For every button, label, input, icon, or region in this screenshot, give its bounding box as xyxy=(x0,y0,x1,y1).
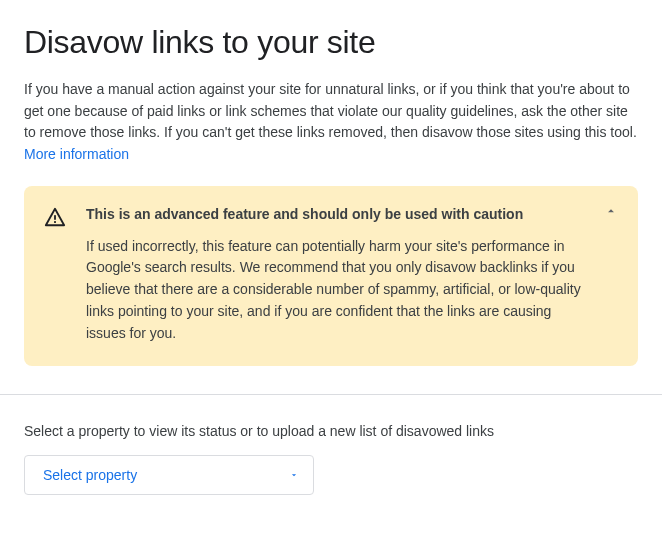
select-property-dropdown[interactable]: Select property xyxy=(24,455,314,495)
chevron-up-icon xyxy=(604,204,618,222)
dropdown-arrow-icon xyxy=(289,466,299,484)
divider xyxy=(0,394,662,395)
warning-icon xyxy=(44,206,66,228)
select-property-text: Select property xyxy=(43,467,137,483)
warning-body: If used incorrectly, this feature can po… xyxy=(86,236,590,344)
page-title: Disavow links to your site xyxy=(24,24,638,61)
select-property-label: Select a property to view its status or … xyxy=(24,423,638,439)
svg-rect-0 xyxy=(54,215,56,220)
warning-panel: This is an advanced feature and should o… xyxy=(24,186,638,366)
more-information-link[interactable]: More information xyxy=(24,146,129,162)
collapse-button[interactable] xyxy=(602,204,620,222)
warning-title: This is an advanced feature and should o… xyxy=(86,206,590,222)
svg-rect-1 xyxy=(54,221,56,223)
warning-content: This is an advanced feature and should o… xyxy=(86,206,590,344)
intro-paragraph: If you have a manual action against your… xyxy=(24,79,638,166)
intro-text: If you have a manual action against your… xyxy=(24,81,637,140)
